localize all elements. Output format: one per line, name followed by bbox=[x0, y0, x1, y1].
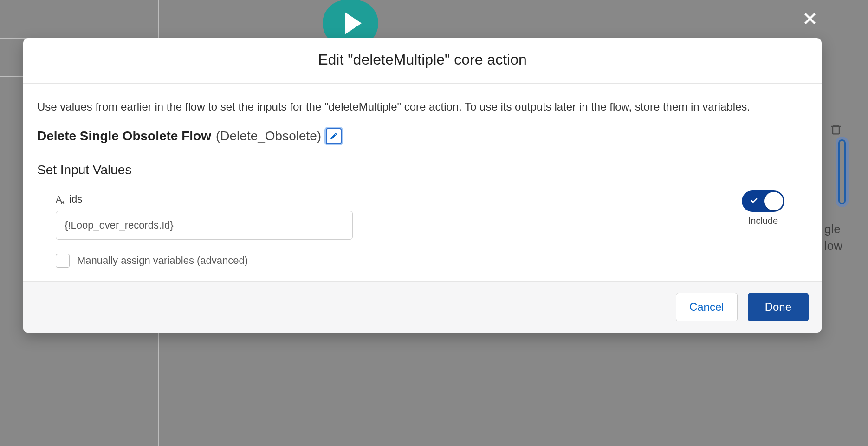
advanced-checkbox-row: Manually assign variables (advanced) bbox=[37, 254, 808, 268]
close-icon bbox=[802, 10, 818, 27]
modal-body: Use values from earlier in the flow to s… bbox=[23, 84, 822, 281]
bg-node-text-line: gle bbox=[824, 222, 841, 236]
modal-title: Edit "deleteMultiple" core action bbox=[37, 51, 808, 68]
include-toggle-label: Include bbox=[748, 216, 778, 226]
cancel-button[interactable]: Cancel bbox=[676, 293, 738, 321]
element-label: Delete Single Obsolete Flow bbox=[37, 129, 211, 144]
selected-node-outline bbox=[838, 139, 846, 204]
edit-name-button[interactable] bbox=[326, 128, 342, 144]
element-name-row: Delete Single Obsolete Flow (Delete_Obso… bbox=[37, 128, 808, 144]
bg-node-text-line: low bbox=[824, 239, 842, 253]
modal-intro-text: Use values from earlier in the flow to s… bbox=[37, 98, 808, 115]
element-api-name: (Delete_Obsolete) bbox=[216, 129, 321, 144]
text-type-icon: Aa bbox=[56, 194, 64, 205]
modal-footer: Cancel Done bbox=[23, 281, 822, 333]
input-block-ids: Aa ids Include bbox=[37, 193, 808, 240]
advanced-checkbox-label: Manually assign variables (advanced) bbox=[77, 255, 248, 267]
pencil-icon bbox=[330, 132, 338, 140]
include-toggle[interactable] bbox=[742, 190, 784, 212]
advanced-checkbox[interactable] bbox=[56, 254, 70, 268]
check-icon bbox=[749, 196, 758, 207]
close-button[interactable] bbox=[798, 7, 822, 30]
done-button[interactable]: Done bbox=[748, 293, 809, 321]
bg-node-text: gle low bbox=[824, 221, 842, 255]
section-heading: Set Input Values bbox=[37, 163, 808, 177]
modal-header: Edit "deleteMultiple" core action bbox=[23, 38, 822, 84]
svg-rect-0 bbox=[833, 126, 839, 134]
input-label-ids: ids bbox=[69, 193, 82, 205]
edit-action-modal: Edit "deleteMultiple" core action Use va… bbox=[23, 38, 822, 333]
ids-input[interactable] bbox=[56, 211, 353, 240]
toggle-knob bbox=[764, 192, 783, 210]
trash-icon bbox=[829, 123, 842, 138]
